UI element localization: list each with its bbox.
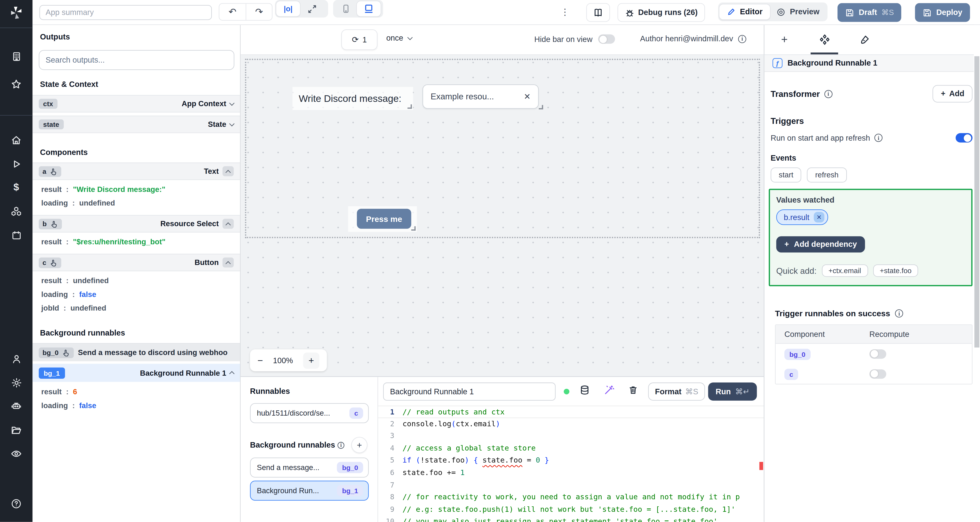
scrollbar-thumb[interactable]	[974, 56, 979, 347]
chevron-down-icon[interactable]	[229, 100, 234, 105]
app-canvas[interactable]: Write Discord message: Example resou... …	[241, 55, 764, 376]
code-line[interactable]: 9// e.g: state.foo.push(1) will not work…	[378, 504, 764, 516]
collapse-button[interactable]	[223, 219, 234, 229]
output-row-state[interactable]: state State	[32, 116, 240, 133]
output-row-ctx[interactable]: ctx App Context	[32, 95, 240, 113]
app-summary-input[interactable]	[40, 5, 212, 20]
zoom-in-button[interactable]: +	[303, 352, 320, 368]
rail-item-collapse[interactable]: →	[0, 516, 32, 522]
runnable-item-bg0[interactable]: Send a message... bg_0	[250, 458, 369, 477]
panel-scrollbar[interactable]	[974, 25, 980, 522]
add-label: Add	[949, 89, 964, 98]
more-menu-button[interactable]: ⋮	[560, 7, 570, 17]
rail-item-workers[interactable]	[0, 394, 32, 418]
press-me-button[interactable]: Press me	[357, 209, 411, 229]
code-editor[interactable]: 1// read outputs and ctx2console.log(ctx…	[378, 406, 764, 522]
resize-handle[interactable]	[411, 226, 415, 231]
rail-item-workspace[interactable]	[0, 45, 32, 68]
docs-button[interactable]	[586, 3, 610, 22]
center-layout-button[interactable]: |o|	[276, 2, 300, 16]
zoom-out-button[interactable]: −	[258, 355, 263, 366]
add-bg-runnable-button[interactable]: +	[351, 437, 368, 453]
remove-dependency-button[interactable]: ✕	[814, 212, 824, 223]
expand-button[interactable]	[300, 2, 324, 16]
code-line[interactable]: 3	[378, 430, 764, 442]
code-line[interactable]: 1// read outputs and ctx	[378, 406, 764, 418]
code-line[interactable]: 4// access a global state store	[378, 442, 764, 455]
debug-runs-button[interactable]: Debug runs (26)	[617, 3, 705, 22]
refresh-count-button[interactable]: ⟳ 1	[341, 29, 377, 50]
delete-runnable-button[interactable]	[628, 384, 638, 396]
tab-styling[interactable]	[844, 25, 884, 55]
text-component[interactable]: Write Discord message:	[293, 87, 413, 110]
runnable-item-bg1[interactable]: Background Run... bg_1	[250, 481, 369, 501]
draft-button[interactable]: Draft ⌘S	[838, 3, 902, 22]
clear-select-button[interactable]: ✕	[524, 92, 531, 101]
rail-item-settings[interactable]	[0, 371, 32, 395]
recompute-toggle[interactable]	[869, 369, 886, 379]
rail-item-resources[interactable]	[0, 199, 32, 223]
refresh-mode-dropdown[interactable]: once	[386, 34, 412, 43]
collapse-button[interactable]	[223, 166, 234, 176]
chevron-up-icon[interactable]	[229, 371, 234, 376]
kv-key: result	[41, 185, 62, 194]
watched-value-chip[interactable]: b.result ✕	[776, 209, 828, 225]
hide-bar-toggle[interactable]	[598, 35, 615, 44]
desktop-view-button[interactable]	[357, 2, 381, 16]
code-line[interactable]: 7	[378, 479, 764, 492]
event-refresh-pill[interactable]: refresh	[807, 167, 847, 182]
bg0-output-row[interactable]: bg_0 Send a message to discord using web…	[32, 343, 240, 361]
recompute-toggle[interactable]	[869, 349, 886, 358]
quick-add-state-foo[interactable]: +state.foo	[873, 264, 918, 277]
redo-button[interactable]: ↷	[246, 4, 272, 20]
chevron-down-icon[interactable]	[229, 121, 234, 126]
format-button[interactable]: Format ⌘S	[648, 382, 705, 401]
rail-item-favorites[interactable]	[0, 73, 32, 96]
tab-editor[interactable]: Editor	[719, 4, 770, 19]
tab-insert[interactable]: +	[764, 25, 804, 55]
bg1-output-row[interactable]: bg_1 Background Runnable 1	[32, 364, 240, 382]
quick-add-ctx-email[interactable]: +ctx.email	[822, 264, 868, 277]
rail-item-audit[interactable]	[0, 442, 32, 466]
resize-handle[interactable]	[539, 105, 543, 109]
deploy-button[interactable]: Deploy	[915, 3, 970, 22]
code-line[interactable]: 8// for reactivity to work, you need to …	[378, 492, 764, 504]
component-row-c[interactable]: c Button	[32, 254, 240, 271]
runnable-item-c[interactable]: hub/1511/discord/se... c	[250, 403, 369, 423]
add-dependency-button[interactable]: + Add dependency	[776, 236, 865, 253]
rail-item-folders[interactable]	[0, 418, 32, 442]
tab-preview[interactable]: Preview	[770, 4, 826, 19]
code-line[interactable]: 5if (!state.foo) { state.foo = 0 }	[378, 455, 764, 467]
run-on-start-toggle[interactable]	[956, 133, 972, 142]
resize-handle[interactable]	[407, 104, 412, 109]
code-token	[411, 455, 416, 467]
undo-button[interactable]: ↶	[220, 4, 246, 20]
rail-item-help[interactable]	[0, 492, 32, 516]
rail-item-runs[interactable]	[0, 152, 32, 176]
code-line[interactable]: 10// you may also just reassign as next …	[378, 516, 764, 522]
event-start-pill[interactable]: start	[771, 167, 802, 182]
rail-item-schedules[interactable]	[0, 223, 32, 247]
code-token: =	[522, 455, 536, 467]
runnable-name-input[interactable]	[383, 382, 555, 401]
run-button[interactable]: Run ⌘↵	[708, 382, 757, 401]
plus-icon: +	[357, 440, 362, 450]
mobile-view-button[interactable]	[334, 2, 357, 16]
tab-settings[interactable]	[804, 25, 844, 55]
ai-assist-button[interactable]	[604, 384, 614, 396]
preview-eye-icon	[776, 7, 785, 17]
code-line[interactable]: 2console.log(ctx.email)	[378, 418, 764, 430]
rail-item-home[interactable]	[0, 128, 32, 152]
rail-item-users[interactable]	[0, 347, 32, 371]
runnable-item-label: hub/1511/discord/se...	[257, 409, 330, 418]
code-line[interactable]: 6state.foo += 1	[378, 467, 764, 479]
collapse-button[interactable]	[223, 258, 234, 267]
windmill-logo[interactable]	[0, 0, 32, 25]
add-transformer-button[interactable]: + Add	[933, 85, 972, 103]
resource-select-component[interactable]: Example resou... ✕	[422, 84, 539, 109]
component-row-a[interactable]: a Text	[32, 162, 240, 180]
cache-button[interactable]	[579, 384, 590, 396]
component-row-b[interactable]: b Resource Select	[32, 215, 240, 232]
search-outputs-input[interactable]	[39, 50, 234, 70]
rail-item-variables[interactable]: $	[0, 176, 32, 199]
